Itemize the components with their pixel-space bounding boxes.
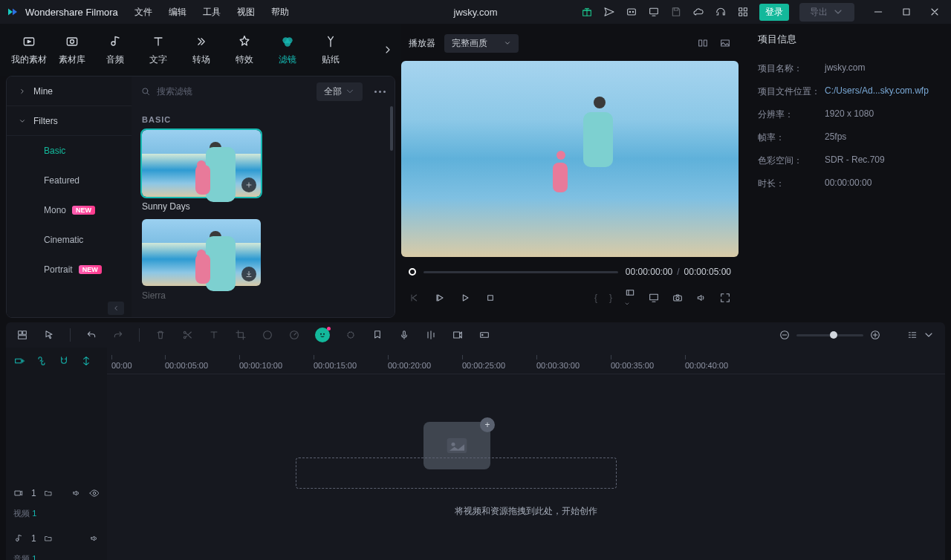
menu-edit[interactable]: 编辑 bbox=[169, 6, 186, 19]
sidebar-group-filters[interactable]: Filters bbox=[7, 106, 132, 136]
menu-view[interactable]: 视图 bbox=[237, 6, 255, 19]
playhead-icon[interactable] bbox=[409, 268, 416, 276]
send-icon[interactable] bbox=[603, 6, 615, 18]
mute-icon[interactable] bbox=[71, 488, 82, 498]
play-button[interactable] bbox=[459, 292, 471, 304]
link-icon[interactable] bbox=[36, 355, 48, 367]
zoom-out-icon[interactable] bbox=[779, 329, 791, 341]
download-filter-icon[interactable] bbox=[241, 267, 256, 281]
magnet-icon[interactable] bbox=[58, 355, 70, 367]
mute-icon[interactable] bbox=[89, 533, 100, 544]
gift-icon[interactable] bbox=[581, 6, 593, 18]
drop-zone[interactable] bbox=[296, 458, 617, 489]
snap-icon[interactable] bbox=[80, 355, 92, 367]
prev-frame-button[interactable] bbox=[409, 292, 421, 304]
minimize-button[interactable] bbox=[868, 1, 889, 22]
timeline-ruler[interactable]: 00:00 00:00:05:00 00:00:10:00 00:00:15:0… bbox=[107, 348, 945, 374]
sidebar-item-mono[interactable]: MonoNEW bbox=[7, 195, 132, 225]
bracket-right-icon[interactable]: } bbox=[609, 293, 612, 303]
save-icon[interactable] bbox=[670, 6, 682, 18]
crop-icon[interactable] bbox=[235, 329, 247, 341]
fullscreen-icon[interactable] bbox=[719, 292, 731, 304]
apps-icon[interactable] bbox=[737, 6, 749, 18]
tab-text[interactable]: 文字 bbox=[137, 34, 180, 66]
svg-point-3 bbox=[632, 11, 633, 12]
sidebar-item-basic[interactable]: Basic bbox=[7, 136, 132, 166]
tabs-scroll-right-icon[interactable] bbox=[382, 44, 394, 56]
menu-help[interactable]: 帮助 bbox=[271, 6, 289, 19]
ai-button[interactable] bbox=[315, 328, 330, 342]
info-title: 项目信息 bbox=[758, 33, 932, 46]
maximize-button[interactable] bbox=[896, 1, 917, 22]
add-track-icon[interactable] bbox=[13, 355, 25, 367]
compare-view-icon[interactable] bbox=[697, 37, 709, 49]
display-icon[interactable] bbox=[648, 292, 660, 304]
snapshot-icon[interactable] bbox=[672, 292, 684, 304]
delete-icon[interactable] bbox=[155, 329, 166, 341]
filter-thumb-sunny-days[interactable]: Sunny Days bbox=[142, 130, 261, 212]
color-icon[interactable] bbox=[262, 329, 273, 341]
mic-icon[interactable] bbox=[398, 329, 410, 341]
audio-track-header[interactable]: 1 bbox=[6, 524, 107, 553]
scrollbar-thumb[interactable] bbox=[390, 106, 393, 151]
export-button[interactable]: 导出 bbox=[799, 3, 854, 22]
ruler-mark: 00:00:35:00 bbox=[611, 355, 654, 370]
zoom-in-icon[interactable] bbox=[869, 329, 881, 341]
pointer-icon[interactable] bbox=[43, 329, 55, 341]
add-filter-icon[interactable] bbox=[241, 178, 256, 192]
video-track-header[interactable]: 1 bbox=[6, 478, 107, 508]
aspect-icon[interactable] bbox=[624, 287, 636, 309]
search-input[interactable] bbox=[157, 86, 311, 97]
headset-icon[interactable] bbox=[715, 6, 727, 18]
text-tool-icon[interactable] bbox=[208, 329, 220, 341]
record-icon[interactable] bbox=[478, 329, 490, 341]
layout-icon[interactable] bbox=[16, 329, 28, 341]
close-button[interactable] bbox=[924, 1, 945, 22]
audio-mix-icon[interactable] bbox=[425, 329, 437, 341]
sidebar-item-portrait[interactable]: PortraitNEW bbox=[7, 255, 132, 284]
cut-icon[interactable] bbox=[181, 329, 193, 341]
sidebar-item-cinematic[interactable]: Cinematic bbox=[7, 225, 132, 255]
image-view-icon[interactable] bbox=[719, 37, 731, 49]
cloud-icon[interactable] bbox=[692, 6, 704, 18]
sidebar-group-mine[interactable]: Mine bbox=[7, 76, 132, 106]
login-button[interactable]: 登录 bbox=[759, 4, 789, 21]
tab-filter[interactable]: 滤镜 bbox=[266, 34, 309, 66]
menu-tools[interactable]: 工具 bbox=[203, 6, 221, 19]
play-loop-button[interactable] bbox=[434, 292, 446, 304]
more-options-icon[interactable] bbox=[374, 91, 386, 93]
volume-icon[interactable] bbox=[695, 292, 707, 304]
monitor-icon[interactable] bbox=[648, 6, 660, 18]
tab-transition[interactable]: 转场 bbox=[180, 34, 223, 66]
tab-stock[interactable]: 素材库 bbox=[51, 34, 94, 66]
collapse-sidebar-button[interactable] bbox=[108, 302, 124, 315]
quality-dropdown[interactable]: 完整画质 bbox=[444, 34, 519, 53]
tab-my-media[interactable]: 我的素材 bbox=[7, 34, 51, 66]
preview-canvas[interactable] bbox=[401, 61, 739, 257]
sidebar-item-featured[interactable]: Featured bbox=[7, 166, 132, 195]
tab-effect[interactable]: 特效 bbox=[223, 34, 266, 66]
folder-icon[interactable] bbox=[44, 489, 53, 498]
bracket-left-icon[interactable]: { bbox=[594, 293, 597, 303]
marker-icon[interactable] bbox=[371, 329, 383, 341]
tab-audio[interactable]: 音频 bbox=[94, 34, 137, 66]
menu-file[interactable]: 文件 bbox=[134, 6, 152, 19]
visibility-icon[interactable] bbox=[89, 488, 100, 498]
zoom-slider[interactable] bbox=[796, 334, 863, 336]
info-value-link[interactable]: C:/Users/Ad...sky.com.wfp bbox=[825, 85, 929, 98]
speed-icon[interactable] bbox=[288, 329, 300, 341]
folder-icon[interactable] bbox=[44, 534, 53, 543]
stop-button[interactable] bbox=[484, 292, 496, 304]
timeline-canvas[interactable]: + 将视频和资源拖拽到此处，开始创作 bbox=[107, 374, 945, 560]
preview-scrubber[interactable] bbox=[423, 271, 618, 273]
redo-icon[interactable] bbox=[112, 329, 124, 341]
filter-all-dropdown[interactable]: 全部 bbox=[317, 82, 363, 101]
undo-icon[interactable] bbox=[85, 329, 97, 341]
filter-thumb-sierra[interactable]: Sierra bbox=[142, 219, 261, 301]
share-icon[interactable] bbox=[452, 329, 464, 341]
track-list-mode[interactable] bbox=[906, 329, 935, 341]
tab-sticker[interactable]: 贴纸 bbox=[309, 34, 352, 66]
keyframe-icon[interactable] bbox=[345, 329, 357, 341]
message-icon[interactable] bbox=[626, 6, 637, 18]
add-media-icon[interactable]: + bbox=[480, 417, 495, 432]
